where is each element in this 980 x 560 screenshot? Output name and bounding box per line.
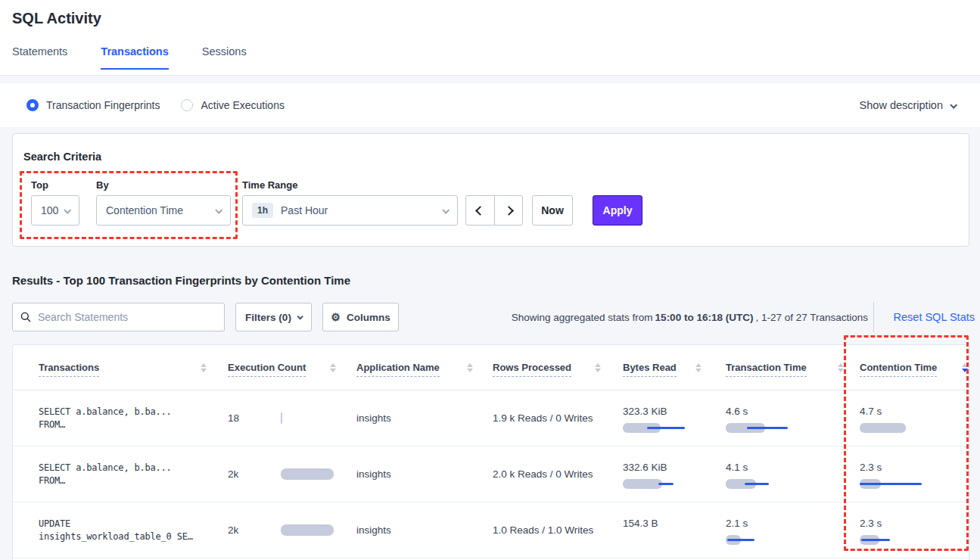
column-header-bytes-read[interactable]: Bytes Read — [623, 362, 677, 377]
bytes-read-cell: 323.3 KiB — [623, 390, 721, 446]
top-select[interactable]: 100 — [31, 195, 79, 226]
bar-latency-blue — [727, 539, 754, 541]
contention-time-cell: 2.3 s — [860, 502, 966, 558]
transaction-time-cell: 4.6 s — [726, 390, 854, 446]
bar-latency-blue — [747, 427, 788, 429]
time-range-badge: 1h — [252, 203, 273, 218]
bar-total-gray — [623, 479, 662, 489]
contention-time-value: 2.3 s — [860, 518, 882, 529]
view-toggle-group: Transaction Fingerprints Active Executio… — [26, 83, 285, 127]
transaction-fingerprint-link[interactable]: SELECT a.balance, b.ba... FROM… — [39, 390, 220, 446]
page-title: SQL Activity — [12, 10, 101, 27]
chevron-down-icon — [215, 206, 222, 213]
column-header-contention-time[interactable]: Contention Time — [860, 362, 937, 377]
contention-time-bar — [860, 479, 935, 489]
transaction-time-value: 4.6 s — [726, 406, 748, 417]
column-header-rows-processed[interactable]: Rows Processed — [493, 362, 571, 377]
page-header: SQL Activity Statements Transactions Ses… — [0, 0, 980, 76]
column-header-transaction-time[interactable]: Transaction Time — [726, 362, 807, 377]
transaction-time-cell: 2.1 s — [726, 502, 854, 558]
chevron-down-icon — [950, 101, 957, 108]
time-range-value: Past Hour — [281, 204, 443, 216]
radio-label: Active Executions — [201, 99, 285, 111]
application-name-cell: insights — [356, 390, 485, 446]
now-button[interactable]: Now — [532, 195, 573, 226]
search-criteria-title: Search Criteria — [23, 151, 101, 163]
bar-total-gray — [281, 524, 334, 536]
bytes-read-bar — [623, 479, 698, 489]
by-field-label: By — [96, 179, 109, 191]
search-icon — [20, 312, 31, 322]
tab-transactions[interactable]: Transactions — [101, 45, 168, 70]
bar-latency-blue — [745, 483, 769, 485]
sort-icon-application-name[interactable] — [467, 363, 473, 372]
sort-icon-transactions[interactable] — [201, 363, 207, 372]
execution-count-value: 2k — [228, 524, 281, 536]
table-row[interactable]: UPDATE insights_workload_table_0 SE… 2k … — [13, 502, 969, 558]
top-field-label: Top — [31, 179, 48, 191]
sql-text-line1: UPDATE — [39, 518, 70, 529]
apply-button[interactable]: Apply — [593, 195, 642, 226]
search-statements-input[interactable] — [38, 311, 216, 323]
table-row[interactable]: SELECT a.balance, b.ba... FROM… 18 insig… — [13, 390, 969, 446]
rows-processed-cell: 1.0 Reads / 1.0 Writes — [493, 502, 621, 558]
contention-time-cell: 2.3 s — [860, 446, 966, 502]
contention-time-value: 4.7 s — [860, 406, 882, 417]
transaction-time-value: 4.1 s — [726, 462, 748, 473]
by-select[interactable]: Contention Time — [96, 195, 231, 226]
column-header-execution-count[interactable]: Execution Count — [228, 362, 306, 377]
sort-icon-transaction-time[interactable] — [838, 363, 844, 372]
transaction-fingerprint-link[interactable]: UPDATE insights_workload_table_0 SE… — [39, 502, 220, 558]
time-range-select[interactable]: 1h Past Hour — [242, 195, 458, 226]
transaction-time-value: 2.1 s — [726, 518, 748, 529]
bar-total-gray — [281, 412, 282, 424]
tab-sessions[interactable]: Sessions — [202, 45, 247, 70]
gear-icon: ⚙ — [331, 312, 341, 322]
columns-button[interactable]: ⚙ Columns — [322, 303, 399, 331]
column-header-transactions[interactable]: Transactions — [39, 362, 99, 377]
sort-icon-bytes-read[interactable] — [695, 363, 702, 372]
application-name-cell: insights — [356, 446, 485, 502]
tab-statements[interactable]: Statements — [12, 45, 67, 70]
chevron-down-icon — [297, 313, 303, 319]
time-range-pager — [465, 195, 523, 226]
time-range-next-button[interactable] — [494, 196, 522, 225]
execution-count-bar — [281, 412, 341, 424]
radio-unselected-icon — [181, 99, 193, 111]
bytes-read-cell: 332.6 KiB — [623, 446, 721, 502]
bar-latency-blue — [658, 483, 674, 485]
radio-active-executions[interactable]: Active Executions — [181, 99, 285, 111]
table-row[interactable]: SELECT a.balance, b.ba... FROM… 2k insig… — [13, 446, 969, 502]
columns-label: Columns — [347, 312, 390, 323]
reset-sql-stats-link[interactable]: Reset SQL Stats — [894, 303, 975, 331]
results-heading: Results - Top 100 Transaction Fingerprin… — [12, 274, 350, 287]
filters-button[interactable]: Filters (0) — [235, 303, 312, 331]
execution-count-bar — [281, 468, 341, 480]
by-select-value: Contention Time — [106, 204, 216, 216]
show-description-label: Show description — [860, 99, 943, 111]
transaction-time-bar — [726, 535, 801, 545]
time-range-field-label: Time Range — [242, 179, 297, 191]
bytes-read-value: 154.3 B — [623, 518, 658, 529]
search-statements-field — [12, 303, 225, 331]
contention-time-value: 2.3 s — [860, 462, 882, 473]
sort-icon-execution-count[interactable] — [330, 363, 336, 372]
show-description-toggle[interactable]: Show description — [860, 83, 956, 127]
bar-total-gray — [281, 468, 334, 480]
bytes-read-value: 323.3 KiB — [623, 406, 667, 417]
time-range-prev-button[interactable] — [466, 196, 494, 225]
sort-icon-rows-processed[interactable] — [595, 363, 601, 372]
bar-latency-blue — [647, 427, 685, 429]
rows-processed-cell: 1.9 k Reads / 0 Writes — [493, 390, 621, 446]
contention-time-cell: 4.7 s — [860, 390, 966, 446]
radio-transaction-fingerprints[interactable]: Transaction Fingerprints — [26, 99, 160, 111]
rows-processed-cell: 2.0 k Reads / 0 Writes — [493, 446, 621, 502]
transaction-time-bar — [726, 423, 801, 433]
column-header-application-name[interactable]: Application Name — [356, 362, 440, 377]
sort-icon-contention-time[interactable] — [962, 363, 968, 372]
bytes-read-bar — [623, 423, 698, 433]
sql-text-line2: FROM… — [39, 475, 65, 486]
transaction-fingerprint-link[interactable]: SELECT a.balance, b.ba... FROM… — [39, 446, 220, 502]
stats-prefix: Showing aggregated stats from — [512, 312, 653, 323]
chevron-down-icon — [64, 206, 71, 213]
